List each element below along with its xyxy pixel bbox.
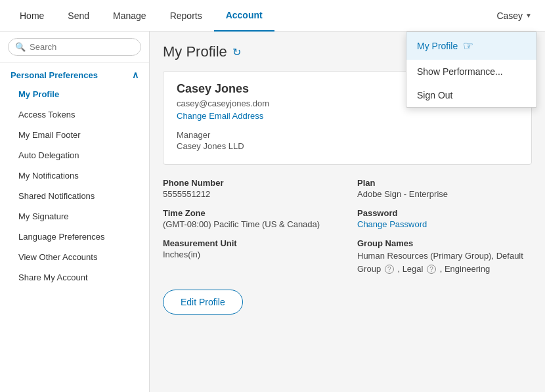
group-names-value: Human Resources (Primary Group), Default… bbox=[357, 250, 532, 275]
search-input[interactable] bbox=[30, 42, 134, 52]
sidebar-item-auto-delegation[interactable]: Auto Delegation bbox=[0, 145, 149, 165]
measurement-label: Measurement Unit bbox=[163, 238, 338, 248]
phone-label: Phone Number bbox=[163, 178, 338, 188]
sidebar-item-shared-notifications[interactable]: Shared Notifications bbox=[0, 186, 149, 206]
timezone-value: (GMT-08:00) Pacific Time (US & Canada) bbox=[163, 219, 338, 229]
group-separator: , bbox=[397, 264, 402, 274]
timezone-label: Time Zone bbox=[163, 208, 338, 218]
measurement-detail: Measurement Unit Inches(in) bbox=[163, 238, 338, 259]
change-password-link[interactable]: Change Password bbox=[357, 219, 532, 229]
sidebar-item-access-tokens[interactable]: Access Tokens bbox=[0, 104, 149, 125]
user-name-label: Casey bbox=[496, 11, 523, 21]
sidebar: 🔍 Personal Preferences ∧ My Profile Acce… bbox=[0, 32, 150, 392]
nav-account[interactable]: Account bbox=[214, 0, 274, 32]
timezone-detail: Time Zone (GMT-08:00) Pacific Time (US &… bbox=[163, 208, 338, 229]
password-detail: Password Change Password bbox=[357, 208, 532, 229]
nav-items: Home Send Manage Reports Account bbox=[8, 0, 491, 32]
change-email-link[interactable]: Change Email Address bbox=[177, 111, 263, 121]
plan-value: Adobe Sign - Enterprise bbox=[357, 189, 532, 199]
profile-company: Casey Jones LLD bbox=[177, 141, 518, 151]
search-icon: 🔍 bbox=[15, 42, 26, 52]
nav-send[interactable]: Send bbox=[56, 0, 101, 32]
details-grid: Phone Number 5555551212 Time Zone (GMT-0… bbox=[163, 178, 532, 284]
dropdown-sign-out-label: Sign Out bbox=[417, 90, 452, 100]
user-menu-trigger[interactable]: Casey ▼ bbox=[491, 0, 537, 32]
refresh-icon[interactable]: ↻ bbox=[232, 46, 241, 58]
section-collapse-icon[interactable]: ∧ bbox=[132, 70, 139, 80]
nav-home[interactable]: Home bbox=[8, 0, 56, 32]
measurement-value: Inches(in) bbox=[163, 250, 338, 259]
dropdown-my-profile-label: My Profile bbox=[417, 41, 458, 51]
nav-reports[interactable]: Reports bbox=[158, 0, 214, 32]
profile-role: Manager bbox=[177, 130, 518, 140]
dropdown-my-profile[interactable]: My Profile ☞ bbox=[406, 32, 536, 60]
top-nav: Home Send Manage Reports Account Casey ▼… bbox=[0, 0, 545, 32]
dropdown-sign-out[interactable]: Sign Out bbox=[406, 83, 536, 107]
group-legal-help-icon[interactable]: ? bbox=[427, 265, 436, 274]
sidebar-item-language-preferences[interactable]: Language Preferences bbox=[0, 227, 149, 247]
page-title: My Profile bbox=[163, 43, 227, 60]
sidebar-item-my-profile[interactable]: My Profile bbox=[0, 84, 149, 104]
phone-value: 5555551212 bbox=[163, 189, 338, 199]
search-box: 🔍 bbox=[0, 32, 149, 63]
search-input-wrap[interactable]: 🔍 bbox=[8, 38, 141, 56]
phone-detail: Phone Number 5555551212 bbox=[163, 178, 338, 199]
chevron-down-icon: ▼ bbox=[525, 12, 532, 19]
plan-label: Plan bbox=[357, 178, 532, 188]
sidebar-item-share-my-account[interactable]: Share My Account bbox=[0, 267, 149, 288]
dropdown-show-performance[interactable]: Show Performance... bbox=[406, 60, 536, 83]
details-left: Phone Number 5555551212 Time Zone (GMT-0… bbox=[163, 178, 338, 284]
group-engineering-text: Engineering bbox=[445, 264, 490, 274]
section-label: Personal Preferences bbox=[11, 70, 98, 80]
dropdown-show-performance-label: Show Performance... bbox=[417, 66, 503, 77]
nav-manage[interactable]: Manage bbox=[101, 0, 158, 32]
user-dropdown-menu: My Profile ☞ Show Performance... Sign Ou… bbox=[406, 32, 537, 108]
group-default-help-icon[interactable]: ? bbox=[385, 265, 394, 274]
group-names-detail: Group Names Human Resources (Primary Gro… bbox=[357, 238, 532, 275]
edit-profile-button[interactable]: Edit Profile bbox=[163, 290, 243, 315]
group-legal-text: Legal bbox=[403, 264, 424, 274]
plan-detail: Plan Adobe Sign - Enterprise bbox=[357, 178, 532, 199]
sidebar-item-view-other-accounts[interactable]: View Other Accounts bbox=[0, 247, 149, 267]
details-right: Plan Adobe Sign - Enterprise Password Ch… bbox=[357, 178, 532, 284]
group-separator2: , bbox=[440, 264, 445, 274]
sidebar-item-my-notifications[interactable]: My Notifications bbox=[0, 165, 149, 186]
group-names-label: Group Names bbox=[357, 238, 532, 248]
password-label: Password bbox=[357, 208, 532, 218]
sidebar-item-my-email-footer[interactable]: My Email Footer bbox=[0, 125, 149, 145]
sidebar-item-my-signature[interactable]: My Signature bbox=[0, 206, 149, 227]
cursor-icon: ☞ bbox=[463, 39, 473, 53]
user-menu-area: Casey ▼ My Profile ☞ Show Performance...… bbox=[491, 0, 537, 32]
sidebar-section-header: Personal Preferences ∧ bbox=[0, 63, 149, 84]
